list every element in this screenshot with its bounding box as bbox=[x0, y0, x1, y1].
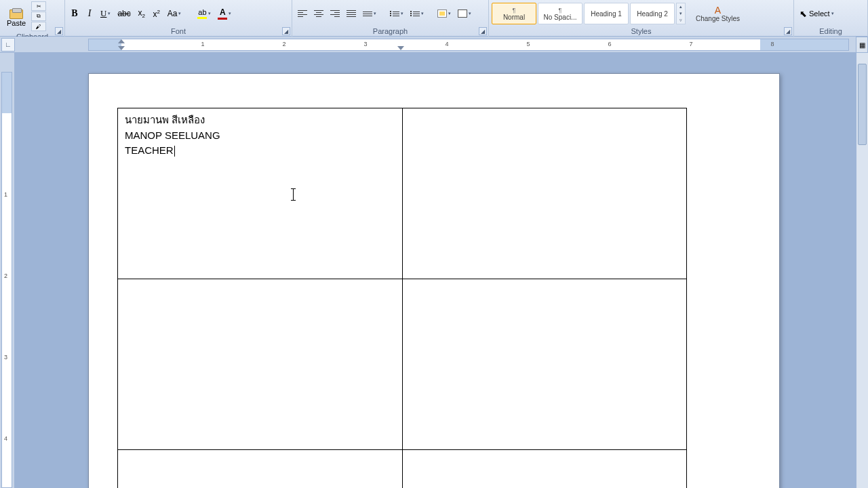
subscript-icon: x2 bbox=[138, 8, 145, 19]
editing-group-label: Editing bbox=[797, 26, 865, 37]
underline-icon: U bbox=[100, 8, 106, 19]
align-left-button[interactable] bbox=[295, 6, 310, 21]
clipboard-dialog-launcher[interactable]: ◢ bbox=[55, 27, 63, 35]
ruler-tick: 4 bbox=[445, 41, 448, 47]
align-left-icon bbox=[298, 10, 307, 17]
fontcolor-icon: A bbox=[220, 7, 226, 17]
hanging-indent-marker[interactable] bbox=[118, 46, 125, 50]
line-spacing-button[interactable]: ▾ bbox=[360, 6, 379, 21]
styles-group-label: Styles bbox=[492, 26, 791, 37]
clipboard-group: Paste ✂ ⧉ 🖌 Clipboard ◢ bbox=[0, 0, 65, 37]
fontcolor-swatch bbox=[218, 18, 227, 20]
cut-button[interactable]: ✂ bbox=[31, 1, 46, 11]
format-painter-button[interactable]: 🖌 bbox=[31, 22, 46, 31]
align-center-icon bbox=[314, 10, 323, 17]
document-table[interactable]: นายมานพ สีเหลือง MANOP SEELUANG TEACHER bbox=[117, 108, 687, 488]
highlight-button[interactable]: ab ▾ bbox=[195, 6, 214, 21]
shading-button[interactable]: ▾ bbox=[435, 6, 454, 21]
styles-group: ¶ Normal ¶ No Spaci... Heading 1 Heading… bbox=[489, 0, 794, 37]
paragraph-group: ▾ ▾ ▾ ▾ ▾ Paragraph ◢ bbox=[292, 0, 489, 37]
first-line-indent-marker[interactable] bbox=[118, 39, 125, 43]
style-name: Heading 2 bbox=[637, 10, 668, 18]
style-heading-2[interactable]: Heading 2 bbox=[630, 3, 675, 24]
font-dialog-launcher[interactable]: ◢ bbox=[282, 27, 290, 35]
shading-icon bbox=[437, 9, 447, 18]
pilcrow-icon: ¶ bbox=[559, 7, 562, 14]
style-normal[interactable]: ¶ Normal bbox=[492, 3, 536, 24]
borders-button[interactable]: ▾ bbox=[455, 6, 474, 21]
superscript-button[interactable]: x2 bbox=[150, 6, 163, 21]
underline-button[interactable]: U▾ bbox=[98, 6, 113, 21]
vruler-tick: 4 bbox=[4, 435, 7, 442]
select-button[interactable]: ⬉ Select ▾ bbox=[797, 6, 837, 21]
superscript-icon: x2 bbox=[153, 9, 160, 19]
cursor-icon: ⬉ bbox=[800, 9, 807, 19]
style-gallery: ¶ Normal ¶ No Spaci... Heading 1 Heading… bbox=[492, 2, 686, 25]
font-group-label: Font bbox=[68, 26, 289, 37]
change-styles-button[interactable]: A Change Styles bbox=[691, 2, 745, 25]
cell-text-line: TEACHER bbox=[125, 143, 395, 159]
style-no-spacing[interactable]: ¶ No Spaci... bbox=[538, 3, 583, 24]
align-right-button[interactable] bbox=[328, 6, 342, 21]
vruler-tick: 1 bbox=[4, 191, 7, 198]
table-cell[interactable] bbox=[402, 450, 686, 489]
paragraph-dialog-launcher[interactable]: ◢ bbox=[479, 27, 487, 35]
bullets-button[interactable]: ▾ bbox=[387, 6, 406, 21]
editing-group: ⬉ Select ▾ Editing bbox=[794, 0, 868, 37]
cell-text-line: MANOP SEELUANG bbox=[125, 128, 395, 144]
paste-button[interactable]: Paste bbox=[3, 5, 30, 28]
strike-icon: abc bbox=[117, 9, 130, 18]
pilcrow-icon: ¶ bbox=[513, 7, 516, 14]
right-indent-marker[interactable] bbox=[397, 46, 404, 50]
tab-selector[interactable]: ∟ bbox=[1, 38, 15, 52]
document-area[interactable]: นายมานพ สีเหลือง MANOP SEELUANG TEACHER bbox=[15, 53, 856, 488]
style-heading-1[interactable]: Heading 1 bbox=[584, 3, 629, 24]
ruler-tick: 5 bbox=[526, 41, 530, 47]
table-cell[interactable] bbox=[402, 279, 686, 450]
ruler-toggle-button[interactable]: ▦ bbox=[856, 37, 868, 53]
bold-button[interactable]: B bbox=[68, 6, 81, 21]
styles-dialog-launcher[interactable]: ◢ bbox=[784, 27, 792, 35]
change-case-button[interactable]: Aa▾ bbox=[165, 6, 184, 21]
bold-icon: B bbox=[71, 8, 77, 19]
align-center-button[interactable] bbox=[311, 6, 326, 21]
vertical-ruler[interactable]: 1 2 3 4 bbox=[0, 53, 15, 488]
ribbon-groups: Paste ✂ ⧉ 🖌 Clipboard ◢ B I U▾ abc x2 x2… bbox=[0, 0, 868, 37]
table-cell[interactable] bbox=[118, 450, 403, 489]
change-styles-icon: A bbox=[715, 5, 721, 16]
ruler-tick: 3 bbox=[363, 41, 367, 47]
align-right-icon bbox=[330, 10, 340, 17]
style-gallery-more[interactable]: ▴▾▿ bbox=[676, 3, 686, 24]
subscript-button[interactable]: x2 bbox=[135, 6, 149, 21]
ibeam-cursor-icon bbox=[293, 188, 294, 201]
cell-text-line: นายมานพ สีเหลือง bbox=[125, 113, 395, 128]
paragraph-group-label: Paragraph bbox=[295, 26, 486, 37]
style-name: No Spaci... bbox=[544, 14, 577, 21]
borders-icon bbox=[458, 9, 467, 18]
strike-button[interactable]: abc bbox=[115, 6, 133, 21]
workspace: 1 2 3 4 นายมานพ สีเหลือง MANOP SEELUANG … bbox=[0, 53, 856, 488]
ruler-tick: 1 bbox=[201, 41, 204, 47]
copy-button[interactable]: ⧉ bbox=[31, 12, 46, 21]
page: นายมานพ สีเหลือง MANOP SEELUANG TEACHER bbox=[88, 73, 780, 488]
vertical-scrollbar[interactable]: ▲ bbox=[856, 37, 868, 488]
align-justify-icon bbox=[347, 10, 356, 17]
ruler-area: ∟ 1 2 3 4 5 6 7 8 bbox=[0, 37, 868, 53]
italic-button[interactable]: I bbox=[83, 6, 96, 21]
ruler-tick: 2 bbox=[282, 41, 285, 47]
vruler-tick: 2 bbox=[4, 272, 7, 279]
case-icon: Aa bbox=[167, 9, 178, 18]
change-styles-label: Change Styles bbox=[696, 16, 740, 22]
table-cell[interactable] bbox=[402, 108, 686, 279]
highlight-swatch bbox=[197, 17, 207, 19]
scroll-thumb[interactable] bbox=[858, 64, 867, 145]
font-color-button[interactable]: A ▾ bbox=[215, 6, 234, 21]
bullets-icon bbox=[390, 12, 399, 16]
horizontal-ruler[interactable]: 1 2 3 4 5 6 7 8 bbox=[88, 39, 849, 51]
table-cell[interactable] bbox=[118, 279, 403, 450]
ruler-tick: 7 bbox=[689, 41, 692, 47]
paste-label: Paste bbox=[7, 19, 26, 27]
table-cell[interactable]: นายมานพ สีเหลือง MANOP SEELUANG TEACHER bbox=[118, 108, 403, 279]
numbering-button[interactable]: ▾ bbox=[408, 6, 427, 21]
align-justify-button[interactable] bbox=[344, 6, 359, 21]
